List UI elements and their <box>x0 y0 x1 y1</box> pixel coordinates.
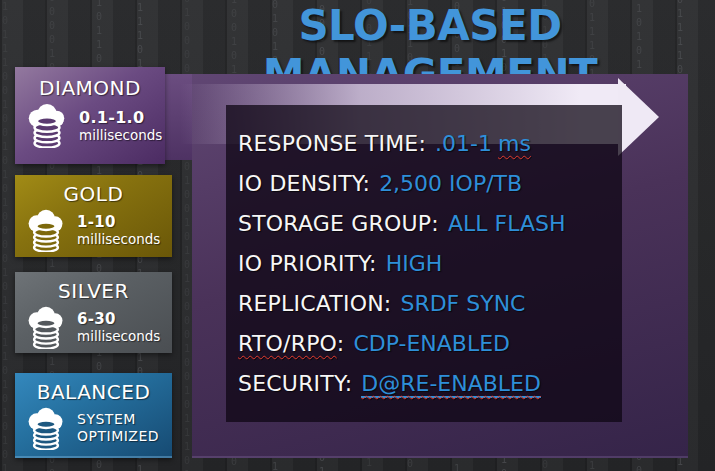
detail-label: STORAGE GROUP: <box>238 211 439 236</box>
slide: 1 0 1 1 1 0 0 1 0 0 1 0 1 0 1 0 0 0 0 1 … <box>0 0 715 471</box>
detail-value-spellcheck: ms <box>498 131 531 156</box>
tier-unit: milliseconds <box>79 127 162 143</box>
detail-label: SECURITY: <box>238 371 352 396</box>
cloud-storage-icon <box>24 102 70 148</box>
tier-name: DIAMOND <box>15 76 165 100</box>
detail-row-rto-rpo: RTO/RPO:CDP-ENABLED <box>238 331 622 371</box>
cloud-storage-icon <box>24 208 68 252</box>
tier-tile-silver[interactable]: SILVER 6-30 milliseconds <box>15 272 172 353</box>
detail-value: .01-1 <box>435 131 492 156</box>
detail-row-io-priority: IO PRIORITY:HIGH <box>238 251 622 291</box>
tier-unit: milliseconds <box>77 231 160 247</box>
detail-row-security: SECURITY:D@RE-ENABLED <box>238 371 622 411</box>
detail-value-spellcheck: D@RE-ENABLED <box>361 371 541 398</box>
detail-label: REPLICATION: <box>238 291 391 316</box>
detail-value: CDP-ENABLED <box>353 331 510 356</box>
tier-mode-line1: SYSTEM <box>77 411 159 428</box>
detail-row-response-time: RESPONSE TIME:.01-1ms <box>238 131 622 171</box>
slo-detail-panel: RESPONSE TIME:.01-1ms IO DENSITY:2,500 I… <box>226 105 622 422</box>
detail-label: RESPONSE TIME: <box>238 131 426 156</box>
detail-row-io-density: IO DENSITY:2,500 IOP/TB <box>238 171 622 211</box>
detail-value: 2,500 IOP/TB <box>379 171 522 196</box>
tier-name: GOLD <box>15 182 172 206</box>
detail-label: : <box>337 331 345 356</box>
tier-range: 1-10 <box>77 213 160 231</box>
tier-name: BALANCED <box>15 380 172 404</box>
detail-label-spellcheck: RTO/RPO <box>238 331 337 356</box>
tier-tile-balanced[interactable]: BALANCED SYSTEM OPTIMIZED <box>15 373 172 458</box>
tier-range: 0.1-1.0 <box>79 108 162 127</box>
tier-tile-diamond[interactable]: DIAMOND 0.1-1.0 milliseconds <box>15 67 165 164</box>
tier-tile-gold[interactable]: GOLD 1-10 milliseconds <box>15 175 172 257</box>
tier-mode-line2: OPTIMIZED <box>77 428 159 445</box>
cloud-storage-icon <box>24 406 68 450</box>
detail-row-storage-group: STORAGE GROUP:ALL FLASH <box>238 211 622 251</box>
cloud-storage-icon <box>24 305 68 349</box>
detail-value: HIGH <box>386 251 443 276</box>
detail-label: IO PRIORITY: <box>238 251 377 276</box>
detail-value: SRDF SYNC <box>400 291 525 316</box>
detail-row-replication: REPLICATION:SRDF SYNC <box>238 291 622 331</box>
detail-value: ALL FLASH <box>448 211 566 236</box>
tier-range: 6-30 <box>77 310 160 328</box>
tier-name: SILVER <box>15 279 172 303</box>
tier-unit: milliseconds <box>77 328 160 344</box>
detail-label: IO DENSITY: <box>238 171 370 196</box>
